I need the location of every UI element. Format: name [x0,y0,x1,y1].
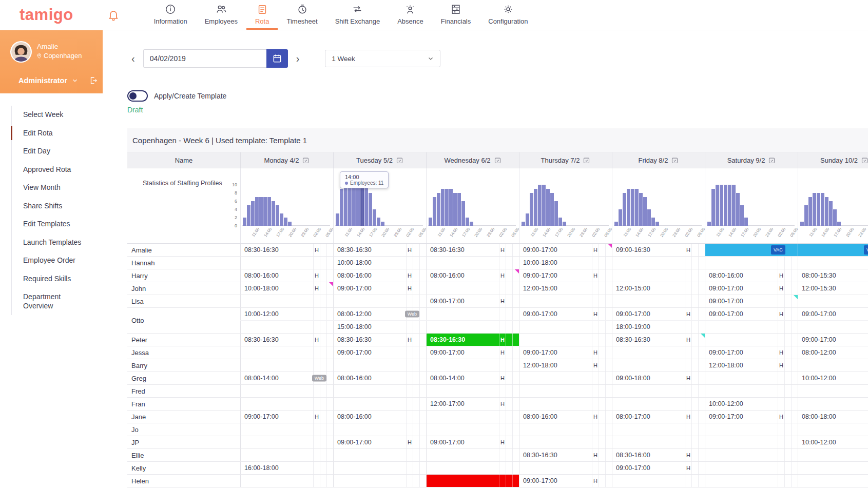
shift-cell-john-monday-4-2[interactable]: 10:00-18:00H [240,282,333,295]
shift-cell-fred-monday-4-2[interactable] [240,385,333,397]
shift-cell-ellie-saturday-9-2[interactable] [705,449,798,461]
shift-cell-hannah-friday-8-2[interactable] [612,257,705,269]
shift-cell-kelly-tuesday-5-2[interactable] [333,462,426,474]
shift-cell-peter-friday-8-2[interactable]: 08:30-16:30H [612,334,705,346]
shift-cell-lisa-sunday-10-2[interactable] [798,295,868,307]
shift-cell-jo-thursday-7-2[interactable] [519,423,612,436]
shift-cell-fred-wednesday-6-2[interactable] [426,385,519,397]
rota-header-day-thursday-7-2[interactable]: Thursday 7/2 [519,152,612,168]
shift-cell-fred-friday-8-2[interactable] [612,385,705,397]
sidebar-item-view-month[interactable]: View Month [12,179,94,197]
shift-cell-jp-tuesday-5-2[interactable]: 09:00-17:00H [333,436,426,448]
shift-cell-otto-tuesday-5-2[interactable]: 08:00-12:00Web [333,308,426,320]
shift-cell-amalie-wednesday-6-2[interactable]: 08:30-16:30H [426,244,519,256]
shift-cell-fred-sunday-10-2[interactable] [798,385,868,397]
avatar[interactable] [10,41,32,63]
shift-cell-jp-saturday-9-2[interactable] [705,436,798,448]
nav-item-shift-exchange[interactable]: Shift Exchange [326,0,389,30]
shift-cell-otto-wednesday-6-2[interactable] [426,321,519,333]
shift-cell-jessa-saturday-9-2[interactable]: 09:00-17:00H [705,346,798,359]
notification-bell-icon[interactable] [107,9,120,21]
shift-cell-jo-friday-8-2[interactable] [612,423,705,436]
shift-cell-ellie-sunday-10-2[interactable] [798,449,868,461]
shift-cell-fran-tuesday-5-2[interactable] [333,398,426,410]
shift-cell-harry-tuesday-5-2[interactable]: 08:00-16:00H [333,269,426,282]
shift-cell-greg-thursday-7-2[interactable] [519,372,612,384]
nav-item-timesheet[interactable]: Timesheet [278,0,326,30]
rota-header-day-tuesday-5-2[interactable]: Tuesday 5/2 [333,152,426,168]
shift-cell-harry-thursday-7-2[interactable]: 09:00-17:00H [519,269,612,282]
shift-cell-john-wednesday-6-2[interactable] [426,282,519,295]
shift-cell-barry-tuesday-5-2[interactable] [333,359,426,372]
shift-cell-jp-friday-8-2[interactable] [612,436,705,448]
shift-cell-kelly-monday-4-2[interactable]: 16:00-18:00 [240,462,333,474]
shift-cell-hannah-saturday-9-2[interactable] [705,257,798,269]
shift-cell-peter-sunday-10-2[interactable]: 09:00-17:00 [798,334,868,346]
shift-cell-amalie-friday-8-2[interactable]: 09:00-16:30H [612,244,705,256]
shift-cell-otto-thursday-7-2[interactable] [519,321,612,333]
shift-cell-jp-sunday-10-2[interactable]: 10:00-12:00 [798,436,868,448]
shift-cell-fran-monday-4-2[interactable] [240,398,333,410]
nav-item-rota[interactable]: Rota [246,0,278,30]
sidebar-item-approved-rota[interactable]: Approved Rota [12,161,94,179]
shift-cell-jp-wednesday-6-2[interactable]: 09:00-17:00H [426,436,519,448]
shift-cell-fran-sunday-10-2[interactable] [798,398,868,410]
shift-cell-barry-sunday-10-2[interactable] [798,359,868,372]
shift-cell-helen-friday-8-2[interactable] [612,475,705,487]
calendar-button[interactable] [266,49,288,68]
shift-cell-harry-saturday-9-2[interactable]: 08:00-16:00H [705,269,798,282]
nav-item-employees[interactable]: Employees [196,0,246,30]
shift-cell-jessa-friday-8-2[interactable] [612,346,705,359]
rota-header-day-saturday-9-2[interactable]: Saturday 9/2 [705,152,798,168]
shift-cell-fran-thursday-7-2[interactable] [519,398,612,410]
shift-cell-fred-saturday-9-2[interactable] [705,385,798,397]
rota-header-day-sunday-10-2[interactable]: Sunday 10/2 [798,152,868,168]
shift-cell-kelly-thursday-7-2[interactable] [519,462,612,474]
shift-cell-lisa-wednesday-6-2[interactable]: 09:00-17:00H [426,295,519,307]
shift-cell-jo-monday-4-2[interactable] [240,423,333,436]
shift-cell-peter-tuesday-5-2[interactable]: 08:30-16:30H [333,334,426,346]
shift-cell-jessa-tuesday-5-2[interactable]: 09:00-17:00 [333,346,426,359]
shift-cell-fran-wednesday-6-2[interactable]: 12:00-17:00H [426,398,519,410]
shift-cell-otto-wednesday-6-2[interactable] [426,308,519,320]
shift-cell-jo-saturday-9-2[interactable] [705,423,798,436]
shift-cell-jessa-sunday-10-2[interactable]: 08:00-12:00Q [798,346,868,359]
shift-cell-jessa-thursday-7-2[interactable]: 09:00-17:00H [519,346,612,359]
shift-cell-barry-monday-4-2[interactable] [240,359,333,372]
shift-cell-jp-monday-4-2[interactable] [240,436,333,448]
shift-cell-amalie-sunday-10-2[interactable]: VAC [798,244,868,256]
shift-cell-barry-saturday-9-2[interactable]: 12:00-18:00H [705,359,798,372]
shift-cell-john-sunday-10-2[interactable]: 12:00-15:30 [798,282,868,295]
shift-cell-helen-monday-4-2[interactable] [240,475,333,487]
shift-cell-peter-saturday-9-2[interactable] [705,334,798,346]
shift-cell-lisa-thursday-7-2[interactable] [519,295,612,307]
shift-cell-otto-saturday-9-2[interactable]: 09:00-17:00H [705,308,798,320]
shift-cell-john-friday-8-2[interactable]: 12:00-15:00 [612,282,705,295]
nav-item-absence[interactable]: Absence [389,0,432,30]
shift-cell-barry-friday-8-2[interactable] [612,359,705,372]
shift-cell-amalie-thursday-7-2[interactable]: 09:00-17:00H [519,244,612,256]
shift-cell-harry-wednesday-6-2[interactable]: 08:00-16:00H [426,269,519,282]
shift-cell-otto-sunday-10-2[interactable]: 09:00-17:00H [798,308,868,320]
apply-template-toggle[interactable] [127,90,148,102]
nav-item-configuration[interactable]: Configuration [479,0,536,30]
sidebar-item-employee-order[interactable]: Employee Order [12,251,94,270]
shift-cell-otto-friday-8-2[interactable]: 18:00-19:00 [612,321,705,333]
shift-cell-jessa-monday-4-2[interactable] [240,346,333,359]
shift-cell-greg-sunday-10-2[interactable]: 10:00-12:00 [798,372,868,384]
shift-cell-amalie-saturday-9-2[interactable]: VAC [705,244,798,256]
sidebar-item-share-shifts[interactable]: Share Shifts [12,197,94,216]
shift-cell-fran-saturday-9-2[interactable]: 10:00-12:00 [705,398,798,410]
shift-cell-kelly-wednesday-6-2[interactable] [426,462,519,474]
shift-cell-greg-monday-4-2[interactable]: 08:00-14:00QWeb [240,372,333,384]
shift-cell-kelly-friday-8-2[interactable]: 09:00-17:00H [612,462,705,474]
shift-cell-greg-tuesday-5-2[interactable]: 08:00-16:00 [333,372,426,384]
sidebar-item-edit-rota[interactable]: Edit Rota [12,124,94,143]
shift-cell-otto-thursday-7-2[interactable]: 09:00-17:00H [519,308,612,320]
shift-cell-otto-sunday-10-2[interactable] [798,321,868,333]
date-input[interactable] [143,49,266,68]
sidebar-item-edit-templates[interactable]: Edit Templates [12,215,94,233]
nav-item-information[interactable]: Information [145,0,196,30]
shift-cell-otto-saturday-9-2[interactable] [705,321,798,333]
shift-cell-hannah-sunday-10-2[interactable] [798,257,868,269]
